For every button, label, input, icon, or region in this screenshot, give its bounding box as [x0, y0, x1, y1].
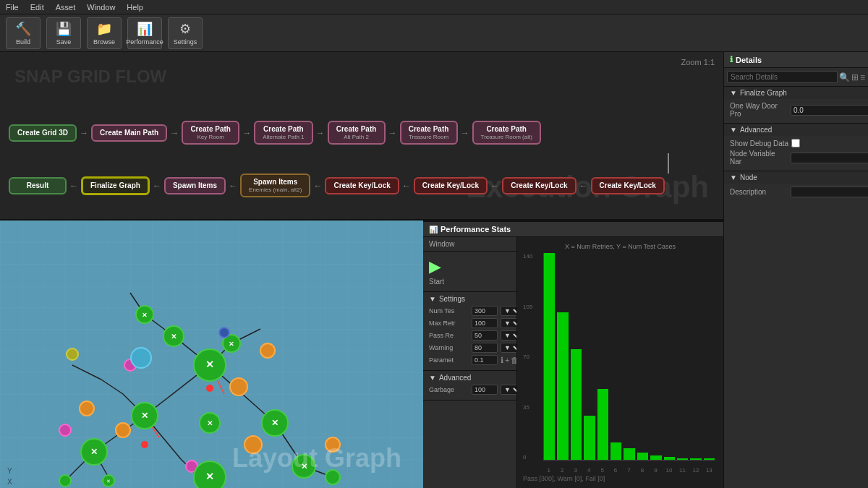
bar-12[interactable] [690, 458, 701, 460]
pass-retries-select[interactable]: ▼ [501, 330, 517, 341]
arrow-2: → [169, 128, 180, 138]
details-title: Details [736, 56, 762, 64]
node-create-key-lock2[interactable]: Create Key/Lock [414, 177, 488, 194]
bar-9[interactable] [650, 455, 661, 460]
advanced-title[interactable]: ▼ Advanced [429, 374, 511, 382]
svg-point-47 [59, 424, 71, 436]
arrow-r1: ← [68, 181, 80, 191]
menu-help[interactable]: Help [127, 3, 143, 12]
toolbar: 🔨 Build 💾 Save 📁 Browse 📊 Performance ⚙ … [0, 14, 868, 52]
bar-3[interactable] [571, 349, 582, 460]
garbage-select[interactable]: ▼ [501, 385, 517, 395]
params-add-icon[interactable]: + [505, 356, 509, 365]
start-label: Start [429, 278, 444, 286]
show-debug-row: Show Debug Data [730, 139, 862, 147]
performance-header: 📊 Performance Stats [423, 222, 723, 237]
svg-text:Y: Y [7, 467, 12, 475]
menu-asset[interactable]: Asset [56, 3, 76, 12]
node-create-key-lock3[interactable]: Create Key/Lock [502, 177, 576, 194]
node-spawn-items-enemies[interactable]: Spawn Items Enemies (main, alt2) [240, 174, 310, 197]
node-create-grid[interactable]: Create Grid 3D [9, 124, 77, 142]
chart-title: X = Num Retries, Y = Num Test Cases [523, 243, 718, 250]
bar-1[interactable] [544, 253, 555, 460]
settings-warning: Warning ▼ [429, 343, 511, 353]
bar-11[interactable] [677, 458, 688, 460]
perf-content: Window ▶ Start ▼ Settings [423, 237, 723, 488]
x-label-2: 2 [556, 467, 567, 474]
max-retries-select[interactable]: ▼ [501, 318, 517, 328]
layout-graph[interactable]: Layout Graph [0, 221, 423, 488]
warning-input[interactable] [472, 343, 498, 353]
garbage-input[interactable] [472, 385, 498, 395]
arrow-r2: ← [151, 181, 163, 191]
description-input[interactable] [791, 187, 868, 197]
save-button[interactable]: 💾 Save [46, 17, 81, 49]
svg-text:✕: ✕ [229, 341, 234, 348]
node-create-path-alt1[interactable]: Create Path Alternate Path 1 [254, 121, 312, 145]
start-button[interactable]: ▶ [429, 257, 441, 276]
grid-icon[interactable]: ⊞ [851, 72, 859, 82]
advanced-details-section[interactable]: ▼ Advanced [724, 123, 868, 136]
x-label-11: 11 [677, 467, 688, 474]
node-finalize-graph[interactable]: Finalize Graph [81, 176, 150, 195]
warning-select[interactable]: ▼ [501, 343, 517, 353]
list-icon[interactable]: ≡ [860, 72, 865, 82]
node-section[interactable]: ▼ Node [724, 171, 868, 184]
execution-graph[interactable]: Zoom 1:1 SNAP GRID FLOW Execution Graph … [0, 52, 723, 221]
node-spawn-items[interactable]: Spawn Items [164, 177, 226, 194]
chart-container: 140 105 70 35 0 [523, 253, 718, 474]
settings-button[interactable]: ⚙ Settings [168, 17, 203, 49]
params-remove-icon[interactable]: 🗑 [511, 356, 517, 365]
one-way-door-input[interactable] [791, 105, 868, 116]
params-input[interactable] [472, 355, 498, 365]
svg-point-57 [141, 441, 148, 448]
bar-8[interactable] [637, 453, 648, 460]
arrow-3: → [241, 128, 252, 138]
node-create-key-lock4[interactable]: Create Key/Lock [591, 177, 665, 194]
node-create-path-treasure-alt[interactable]: Create Path Treasure Room (alt) [472, 121, 541, 145]
bar-5[interactable] [597, 389, 608, 460]
vertical-connector [668, 153, 669, 174]
max-retries-input[interactable] [472, 318, 498, 328]
pass-retries-input[interactable] [472, 330, 498, 341]
menu-edit[interactable]: Edit [30, 3, 44, 12]
node-create-path-treasure[interactable]: Create Path Treasure Room [400, 121, 458, 145]
bar-4[interactable] [584, 416, 595, 460]
node-result[interactable]: Result [9, 177, 67, 194]
perf-title: Performance Stats [441, 225, 511, 234]
bar-2[interactable] [557, 312, 568, 460]
svg-text:✕: ✕ [171, 333, 176, 341]
params-info-icon[interactable]: ℹ [501, 356, 503, 365]
build-button[interactable]: 🔨 Build [6, 17, 41, 49]
search-icon[interactable]: 🔍 [839, 72, 850, 82]
show-debug-checkbox[interactable] [791, 139, 800, 147]
svg-point-48 [131, 348, 151, 368]
bar-7[interactable] [624, 448, 634, 460]
menu-file[interactable]: File [6, 3, 19, 12]
snap-grid-label: SNAP GRID FLOW [14, 67, 166, 87]
node-variable-input[interactable] [791, 153, 868, 163]
node-create-path-key[interactable]: Create Path Key Room [182, 121, 239, 145]
bar-6[interactable] [610, 442, 621, 461]
node-create-key-lock1[interactable]: Create Key/Lock [325, 177, 399, 194]
svg-point-40 [244, 436, 262, 453]
node-create-path-alt2[interactable]: Create Path Alt Path 2 [328, 121, 386, 145]
menu-window[interactable]: Window [87, 3, 115, 12]
search-input[interactable] [727, 71, 838, 83]
advanced-section: ▼ Advanced Garbage ▼ [423, 371, 516, 401]
menu-bar: File Edit Asset Window Help [0, 0, 868, 14]
build-icon: 🔨 [15, 21, 31, 37]
browse-button[interactable]: 📁 Browse [87, 17, 122, 49]
finalize-graph-section[interactable]: ▼ Finalize Graph [724, 86, 868, 99]
arrow-r4: ← [312, 181, 323, 191]
num-tests-select[interactable]: ▼ [501, 306, 517, 316]
settings-title[interactable]: ▼ Settings [429, 295, 511, 303]
chart-status: Pass [300], Warn [0], Fail [0] [523, 475, 718, 482]
svg-point-50 [219, 328, 229, 338]
right-panel: ℹ Details 🔍 ⊞ ≡ ▼ Finalize Graph One Way… [723, 52, 868, 488]
performance-button[interactable]: 📊 Performance [127, 17, 162, 49]
num-tests-input[interactable] [472, 306, 498, 316]
bar-10[interactable] [664, 457, 675, 460]
node-create-main-path[interactable]: Create Main Path [91, 124, 167, 142]
bar-13[interactable] [704, 458, 715, 460]
